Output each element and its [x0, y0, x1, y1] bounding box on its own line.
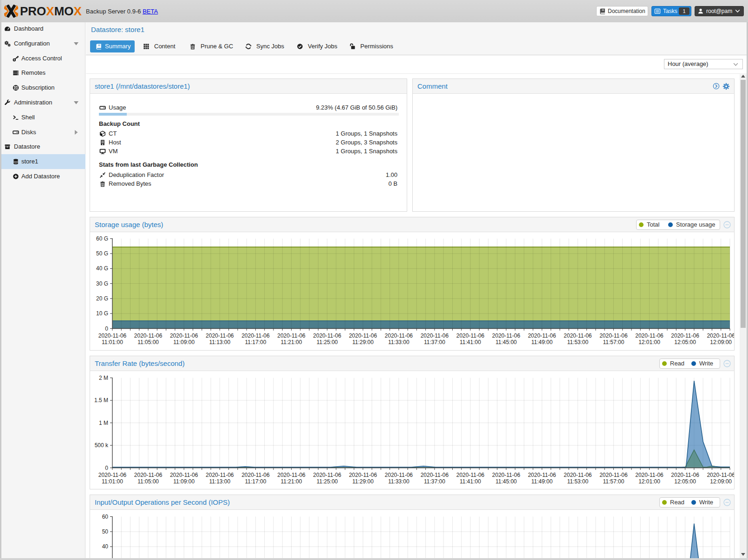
svg-text:2020-11-06: 2020-11-06: [421, 472, 449, 478]
svg-text:11:21:00: 11:21:00: [281, 478, 302, 485]
svg-text:12:01:00: 12:01:00: [638, 339, 660, 345]
svg-text:2020-11-06: 2020-11-06: [707, 472, 734, 478]
svg-text:11:45:00: 11:45:00: [495, 478, 517, 485]
svg-text:500 k: 500 k: [95, 442, 109, 449]
svg-text:2020-11-06: 2020-11-06: [349, 472, 377, 478]
svg-text:2020-11-06: 2020-11-06: [98, 472, 127, 478]
svg-text:11:37:00: 11:37:00: [424, 478, 445, 485]
svg-text:11:01:00: 11:01:00: [102, 339, 123, 345]
svg-text:2020-11-06: 2020-11-06: [206, 332, 234, 339]
svg-text:2020-11-06: 2020-11-06: [456, 472, 485, 478]
svg-text:11:29:00: 11:29:00: [352, 478, 374, 485]
svg-text:11:09:00: 11:09:00: [173, 339, 195, 345]
svg-text:2020-11-06: 2020-11-06: [635, 332, 663, 339]
svg-text:2020-11-06: 2020-11-06: [492, 332, 520, 339]
svg-text:2020-11-06: 2020-11-06: [313, 472, 341, 478]
svg-text:30 G: 30 G: [96, 280, 108, 287]
svg-text:40: 40: [102, 543, 109, 550]
svg-text:11:13:00: 11:13:00: [209, 339, 230, 345]
svg-text:2020-11-06: 2020-11-06: [313, 332, 341, 339]
svg-text:2020-11-06: 2020-11-06: [277, 332, 306, 339]
svg-text:12:01:00: 12:01:00: [638, 478, 660, 485]
svg-text:50: 50: [102, 528, 109, 535]
svg-text:11:25:00: 11:25:00: [317, 478, 338, 485]
svg-text:2020-11-06: 2020-11-06: [528, 332, 556, 339]
svg-text:50 G: 50 G: [96, 250, 108, 257]
svg-text:2020-11-06: 2020-11-06: [170, 332, 198, 339]
svg-text:2020-11-06: 2020-11-06: [241, 332, 270, 339]
svg-text:11:05:00: 11:05:00: [137, 478, 159, 485]
svg-text:2020-11-06: 2020-11-06: [528, 472, 556, 478]
svg-text:2 M: 2 M: [99, 375, 108, 381]
svg-text:2020-11-06: 2020-11-06: [241, 472, 270, 478]
svg-text:11:49:00: 11:49:00: [531, 339, 553, 345]
svg-text:12:05:00: 12:05:00: [674, 478, 696, 485]
svg-text:11:13:00: 11:13:00: [209, 478, 230, 485]
svg-text:2020-11-06: 2020-11-06: [599, 472, 628, 478]
svg-text:11:17:00: 11:17:00: [245, 478, 266, 485]
svg-text:1.5 M: 1.5 M: [94, 397, 108, 404]
svg-text:60: 60: [102, 514, 109, 520]
svg-text:2020-11-06: 2020-11-06: [134, 472, 163, 478]
svg-text:11:57:00: 11:57:00: [603, 478, 624, 485]
svg-text:11:45:00: 11:45:00: [495, 339, 517, 345]
svg-text:11:33:00: 11:33:00: [388, 339, 410, 345]
svg-text:11:49:00: 11:49:00: [531, 478, 553, 485]
svg-text:2020-11-06: 2020-11-06: [385, 472, 413, 478]
svg-text:11:09:00: 11:09:00: [173, 478, 195, 485]
svg-text:11:01:00: 11:01:00: [102, 478, 123, 485]
svg-text:2020-11-06: 2020-11-06: [170, 472, 198, 478]
svg-text:40 G: 40 G: [96, 265, 108, 272]
svg-text:11:33:00: 11:33:00: [388, 478, 410, 485]
svg-text:2020-11-06: 2020-11-06: [564, 332, 592, 339]
svg-text:11:21:00: 11:21:00: [281, 339, 302, 345]
svg-text:2020-11-06: 2020-11-06: [421, 332, 449, 339]
svg-text:2020-11-06: 2020-11-06: [456, 332, 485, 339]
svg-text:2020-11-06: 2020-11-06: [206, 472, 234, 478]
svg-text:60 G: 60 G: [96, 235, 108, 242]
svg-text:11:29:00: 11:29:00: [352, 339, 374, 345]
svg-text:12:09:00: 12:09:00: [710, 478, 732, 485]
svg-text:2020-11-06: 2020-11-06: [98, 332, 127, 339]
svg-text:2020-11-06: 2020-11-06: [671, 472, 699, 478]
svg-text:12:05:00: 12:05:00: [674, 339, 696, 345]
svg-text:0: 0: [105, 465, 108, 471]
svg-text:2020-11-06: 2020-11-06: [599, 332, 628, 339]
svg-text:11:25:00: 11:25:00: [317, 339, 338, 345]
svg-text:2020-11-06: 2020-11-06: [707, 332, 734, 339]
svg-text:11:17:00: 11:17:00: [245, 339, 266, 345]
svg-text:2020-11-06: 2020-11-06: [564, 472, 592, 478]
svg-text:1 M: 1 M: [99, 420, 108, 426]
svg-text:20 G: 20 G: [96, 295, 108, 302]
svg-text:2020-11-06: 2020-11-06: [134, 332, 163, 339]
svg-text:2020-11-06: 2020-11-06: [349, 332, 377, 339]
svg-text:11:41:00: 11:41:00: [460, 339, 481, 345]
svg-text:2020-11-06: 2020-11-06: [671, 332, 699, 339]
svg-text:11:53:00: 11:53:00: [567, 478, 588, 485]
svg-text:2020-11-06: 2020-11-06: [635, 472, 663, 478]
svg-text:11:05:00: 11:05:00: [137, 339, 159, 345]
svg-text:11:37:00: 11:37:00: [424, 339, 445, 345]
svg-text:11:41:00: 11:41:00: [460, 478, 481, 485]
svg-text:12:09:00: 12:09:00: [710, 339, 732, 345]
svg-text:11:57:00: 11:57:00: [603, 339, 624, 345]
svg-text:2020-11-06: 2020-11-06: [277, 472, 306, 478]
svg-text:2020-11-06: 2020-11-06: [492, 472, 520, 478]
svg-text:11:53:00: 11:53:00: [567, 339, 588, 345]
svg-text:2020-11-06: 2020-11-06: [385, 332, 413, 339]
svg-text:0: 0: [105, 326, 108, 332]
svg-text:10 G: 10 G: [96, 310, 108, 317]
